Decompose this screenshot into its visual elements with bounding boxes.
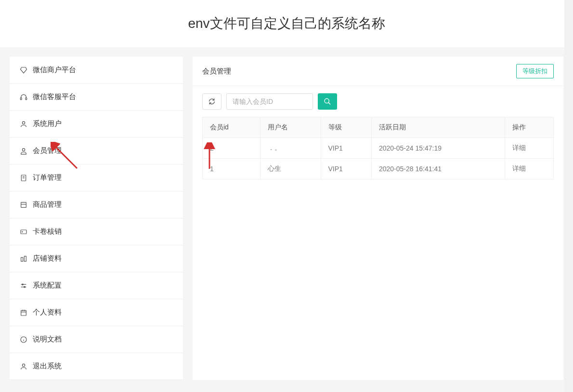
- sidebar-item-label: 系统用户: [33, 119, 62, 128]
- svg-rect-0: [20, 98, 22, 100]
- sidebar-item-label: 订单管理: [33, 173, 62, 182]
- profile-icon: [19, 308, 28, 317]
- sidebar-item-orders[interactable]: 订单管理: [10, 164, 183, 191]
- table-row: 1 心生 VIP1 2020-05-28 16:41:41 详细: [203, 159, 554, 179]
- sidebar-item-docs[interactable]: 说明文档: [10, 326, 183, 353]
- sidebar-item-label: 商品管理: [33, 200, 62, 209]
- sidebar-item-products[interactable]: 商品管理: [10, 191, 183, 218]
- cell-date: 2020-05-28 16:41:41: [371, 159, 505, 179]
- tier-discount-button[interactable]: 等级折扣: [516, 64, 554, 78]
- svg-point-24: [22, 364, 25, 366]
- cell-id: 2: [203, 138, 260, 159]
- sidebar-item-shop[interactable]: 店铺资料: [10, 245, 183, 272]
- cell-id: 1: [203, 159, 260, 179]
- svg-point-2: [22, 121, 25, 124]
- sidebar-item-label: 会员管理: [33, 146, 62, 155]
- col-member-id: 会员id: [203, 117, 260, 138]
- sidebar-item-wechat-support[interactable]: 微信客服平台: [10, 84, 183, 111]
- refresh-button[interactable]: [202, 93, 221, 110]
- sidebar-item-system-users[interactable]: 系统用户: [10, 111, 183, 138]
- detail-link[interactable]: 详细: [512, 144, 526, 152]
- info-icon: [19, 335, 28, 344]
- sidebar-item-config[interactable]: 系统配置: [10, 272, 183, 299]
- order-icon: [19, 174, 28, 182]
- page-title: env文件可自定义自己的系统名称: [0, 0, 573, 47]
- sidebar-item-label: 微信商户平台: [33, 65, 76, 75]
- sidebar-item-profile[interactable]: 个人资料: [10, 299, 183, 326]
- sidebar-item-coupons[interactable]: 卡卷核销: [10, 218, 183, 245]
- sidebar-item-logout[interactable]: 退出系统: [10, 353, 183, 380]
- cell-username: 心生: [260, 159, 321, 179]
- search-input[interactable]: [226, 93, 313, 110]
- scrollbar[interactable]: [564, 0, 573, 390]
- svg-point-10: [22, 231, 23, 232]
- col-username: 用户名: [260, 117, 321, 138]
- diamond-icon: [19, 66, 28, 75]
- svg-line-26: [328, 102, 330, 104]
- svg-rect-11: [21, 257, 23, 261]
- svg-point-25: [325, 99, 329, 103]
- sidebar-item-label: 个人资料: [33, 308, 62, 317]
- members-table: 会员id 用户名 等级 活跃日期 操作 2 ．。 VIP1 2020-05-24…: [202, 117, 554, 179]
- col-action: 操作: [505, 117, 553, 138]
- col-active-date: 活跃日期: [371, 117, 505, 138]
- svg-rect-12: [24, 256, 26, 261]
- logout-icon: [19, 362, 28, 371]
- sidebar-item-members[interactable]: 会员管理: [10, 138, 183, 164]
- user-icon: [19, 120, 28, 128]
- main-content: 会员管理 等级折扣 会员id 用户名 等级 活跃日期 操作: [193, 57, 563, 380]
- sidebar-item-label: 系统配置: [33, 281, 62, 290]
- cell-date: 2020-05-24 15:47:19: [371, 138, 505, 159]
- search-button[interactable]: [318, 93, 337, 110]
- content-title: 会员管理: [202, 67, 231, 76]
- member-icon: [19, 147, 28, 155]
- shop-icon: [19, 254, 28, 263]
- table-row: 2 ．。 VIP1 2020-05-24 15:47:19 详细: [203, 138, 554, 159]
- settings-icon: [19, 281, 28, 290]
- headset-icon: [19, 93, 28, 101]
- svg-rect-9: [21, 230, 26, 234]
- cell-username: ．。: [260, 138, 321, 159]
- col-level: 等级: [321, 117, 371, 138]
- sidebar: 微信商户平台 微信客服平台 系统用户 会员管理 订单管理: [10, 57, 183, 380]
- cell-level: VIP1: [321, 159, 371, 179]
- sidebar-item-label: 退出系统: [33, 362, 62, 371]
- search-icon: [324, 98, 331, 105]
- svg-rect-17: [21, 310, 26, 316]
- cell-level: VIP1: [321, 138, 371, 159]
- sidebar-item-label: 卡卷核销: [33, 227, 62, 236]
- sidebar-item-label: 微信客服平台: [33, 92, 76, 101]
- sidebar-item-label: 店铺资料: [33, 254, 62, 263]
- svg-rect-1: [26, 98, 27, 100]
- refresh-icon: [208, 98, 216, 105]
- detail-link[interactable]: 详细: [512, 164, 526, 172]
- svg-point-3: [22, 148, 25, 151]
- card-icon: [19, 228, 28, 236]
- svg-rect-7: [21, 202, 26, 207]
- product-icon: [19, 201, 28, 209]
- sidebar-item-wechat-merchant[interactable]: 微信商户平台: [10, 57, 183, 84]
- sidebar-item-label: 说明文档: [33, 335, 62, 344]
